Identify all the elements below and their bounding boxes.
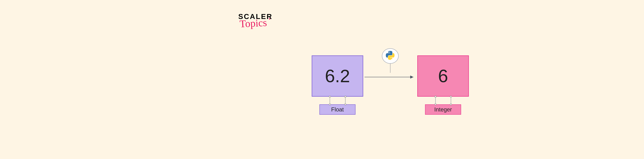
badge-stem	[390, 64, 390, 73]
float-type-label: Float	[320, 104, 356, 115]
float-node: 6.2 Float	[312, 56, 363, 115]
arrow-icon	[363, 74, 417, 80]
scaler-topics-logo: SCALER Topics	[238, 13, 272, 27]
logo-line2: Topics	[239, 18, 267, 28]
svg-marker-1	[410, 76, 414, 78]
integer-node: 6 Integer	[417, 56, 469, 115]
float-value-box: 6.2	[312, 56, 363, 97]
integer-connectors	[417, 97, 469, 104]
python-badge	[382, 48, 399, 73]
conversion-arrow-section	[363, 56, 417, 97]
float-to-int-diagram: 6.2 Float 6	[312, 56, 469, 115]
integer-value: 6	[438, 66, 448, 86]
float-connectors	[312, 97, 363, 104]
integer-type-label: Integer	[425, 104, 461, 115]
integer-value-box: 6	[417, 56, 469, 97]
python-icon	[382, 48, 399, 64]
float-value: 6.2	[325, 66, 350, 86]
